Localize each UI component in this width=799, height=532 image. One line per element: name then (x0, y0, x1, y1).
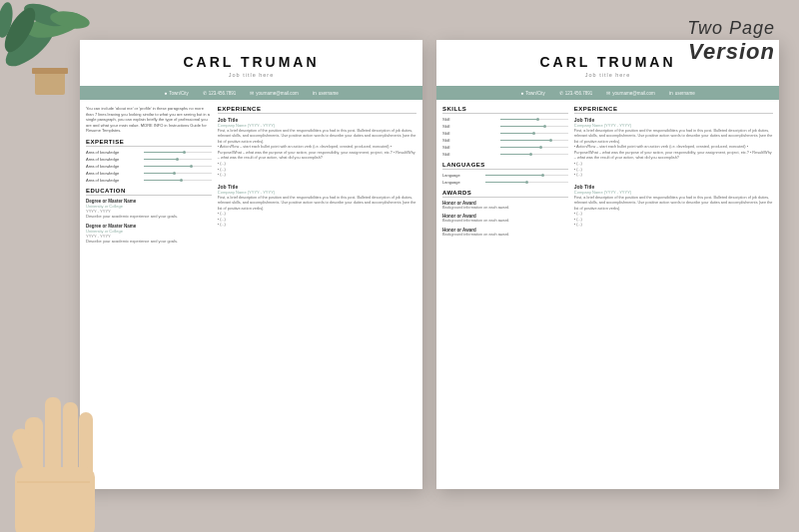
skill-bar-bg (144, 152, 212, 154)
page2-awards-title: Awards (442, 190, 568, 198)
skill-bar-fill (144, 152, 185, 154)
skill-bar-fill (500, 154, 530, 156)
lang-bar-fill (485, 182, 526, 184)
skill-row: Area of knowledge (86, 164, 212, 169)
skill-label: Area of knowledge (86, 164, 141, 169)
exp-bullet: • (...) (574, 223, 773, 229)
page2-languages-list: Language Language (442, 173, 568, 185)
page1-right-col: Experience Job Title Company Name (YYYY … (218, 106, 416, 248)
linkedin-icon: in (313, 90, 317, 96)
edu-block: Degree or Master Name University or Coll… (86, 224, 212, 245)
skill-dot (176, 158, 179, 161)
skill-row: Skill (442, 124, 568, 129)
page2-phone: ✆ 123.456.7891 (559, 90, 593, 96)
skill-bar-fill (500, 147, 541, 149)
exp-desc: First, a brief description of the positi… (574, 129, 773, 145)
page1-experience-list: Job Title Company Name (YYYY - YYYY) Fir… (218, 117, 416, 229)
skill-label: Skill (442, 138, 497, 143)
lang-label: Language (442, 180, 482, 185)
skill-label: Area of knowledge (86, 171, 141, 176)
page1-left-col: You can include 'about me' or 'profile' … (86, 106, 212, 248)
skill-dot (549, 139, 552, 142)
exp-block: Job Title Company Name (YYYY - YYYY) Fir… (218, 184, 416, 229)
exp-block: Job Title Company Name (YYYY - YYYY) Fir… (218, 117, 416, 179)
award-desc: Background information on each award. (442, 233, 568, 238)
skill-label: Area of knowledge (86, 150, 141, 155)
exp-block: Job Title Company Name (YYYY - YYYY) Fir… (574, 117, 773, 179)
linkedin-icon2: in (669, 90, 673, 96)
two-page-line1: Two Page (687, 18, 775, 39)
skill-label: Skill (442, 131, 497, 136)
page1-education-title: Education (86, 188, 212, 196)
page1-phone: ✆ 123.456.7891 (203, 90, 237, 96)
page2-experience-list: Job Title Company Name (YYYY - YYYY) Fir… (574, 117, 773, 229)
lang-bar-bg (485, 182, 568, 184)
page1-contact-bar: ● Town/City ✆ 123.456.7891 ✉ yourname@ma… (80, 86, 422, 100)
location-icon2: ● (520, 90, 523, 96)
skill-dot (543, 125, 546, 128)
skill-label: Skill (442, 145, 497, 150)
award-desc: Background information on each award. (442, 206, 568, 211)
skill-row: Area of knowledge (86, 157, 212, 162)
page1-body: You can include 'about me' or 'profile' … (80, 100, 422, 252)
phone-icon: ✆ (203, 90, 207, 96)
skill-dot (536, 118, 539, 121)
skill-bar-fill (500, 140, 551, 142)
skill-bar-fill (500, 126, 544, 128)
skill-label: Area of knowledge (86, 178, 141, 183)
exp-company: Company Name (YYYY - YYYY) (218, 190, 416, 195)
lang-bar-fill (485, 175, 543, 177)
page1-about: You can include 'about me' or 'profile' … (86, 106, 212, 134)
skill-bar-bg (144, 159, 212, 161)
skill-bar-fill (144, 173, 174, 175)
pages-container: CARL TRUMAN Job title here ● Town/City ✆… (80, 40, 779, 489)
page1-name: CARL TRUMAN (92, 54, 410, 70)
lang-label: Language (442, 173, 482, 178)
page2-skills-list: Skill Skill Skill Skill Skill Skill (442, 117, 568, 157)
resume-page-2: CARL TRUMAN Job title here ● Town/City ✆… (436, 40, 779, 489)
edu-desc: Describe your academic experience and yo… (86, 214, 212, 220)
skill-bar-bg (500, 119, 568, 121)
skill-bar-bg (500, 154, 568, 156)
skill-row: Area of knowledge (86, 150, 212, 155)
exp-company: Company Name (YYYY - YYYY) (574, 123, 773, 128)
page1-skills-list: Area of knowledge Area of knowledge Area… (86, 150, 212, 183)
skill-dot (190, 165, 193, 168)
page2-skills-title: Skills (442, 106, 568, 114)
award-desc: Background information on each award. (442, 219, 568, 224)
page2-languages-title: Languages (442, 162, 568, 170)
skill-dot (173, 172, 176, 175)
skill-row: Area of knowledge (86, 171, 212, 176)
exp-desc: First, a brief description of the positi… (218, 196, 416, 212)
award-block: Honor or Award Background information on… (442, 228, 568, 238)
skill-row: Skill (442, 145, 568, 150)
two-page-line2: Version (687, 39, 775, 65)
exp-bullet: • (...) (218, 223, 416, 229)
exp-company: Company Name (YYYY - YYYY) (218, 123, 416, 128)
award-block: Honor or Award Background information on… (442, 214, 568, 224)
exp-bullet: • Action/Row – start each bullet point w… (218, 145, 416, 162)
page2-awards-list: Honor or Award Background information on… (442, 201, 568, 238)
skill-bar-bg (144, 180, 212, 182)
exp-desc: First, a brief description of the positi… (574, 196, 773, 212)
two-page-label: Two Page Version (687, 18, 775, 65)
page1-linkedin: in username (313, 90, 339, 96)
page1-expertise-title: Expertise (86, 139, 212, 147)
exp-desc: First, a brief description of the positi… (218, 129, 416, 145)
lang-row: Language (442, 180, 568, 185)
lang-row: Language (442, 173, 568, 178)
skill-label: Area of knowledge (86, 157, 141, 162)
page2-experience-title: Experience (574, 106, 773, 114)
skill-dot (529, 153, 532, 156)
exp-bullet: • Action/Row – start each bullet point w… (574, 145, 773, 162)
lang-bar-bg (485, 175, 568, 177)
page2-linkedin: in username (669, 90, 695, 96)
page1-education-list: Degree or Master Name University or Coll… (86, 199, 212, 244)
skill-bar-bg (500, 140, 568, 142)
skill-label: Skill (442, 152, 497, 157)
skill-bar-fill (144, 159, 178, 161)
resume-page-1: CARL TRUMAN Job title here ● Town/City ✆… (80, 40, 422, 489)
skill-row: Area of knowledge (86, 178, 212, 183)
phone-icon2: ✆ (559, 90, 563, 96)
page2-body: Skills Skill Skill Skill Skill Skill (436, 100, 779, 245)
